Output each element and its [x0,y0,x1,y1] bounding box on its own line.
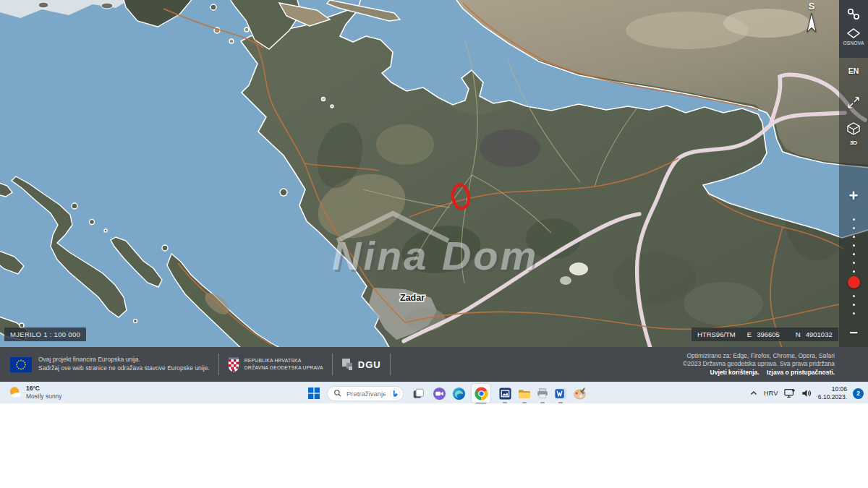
windows-logo-icon [308,388,320,399]
paint-app-button[interactable] [572,386,587,401]
chat-app-button[interactable] [432,386,446,401]
zoom-tick[interactable] [853,236,855,238]
zoom-tick[interactable] [853,227,855,229]
fullscreen-icon [846,95,861,110]
zoom-tick[interactable] [853,295,855,297]
share-button[interactable] [839,7,868,22]
weather-sun-icon [9,386,22,399]
terms-of-use-link[interactable]: Uvjeti korištenja. [710,369,760,376]
dgu-logo: DGU [341,357,381,372]
start-button[interactable] [307,386,321,401]
weather-condition: Mostly sunny [26,393,62,401]
dgu-logo-icon [341,357,354,372]
printer-app-button[interactable] [535,386,550,401]
chrome-icon [475,387,488,401]
search-icon [333,389,342,398]
compass-arrow-icon [800,12,823,35]
croatia-coat-of-arms-icon [228,357,239,372]
svg-text:Nina Dom: Nina Dom [332,233,538,278]
language-toggle-button[interactable]: EN [839,67,868,75]
tray-time: 10:06 [818,385,847,393]
zoom-tick[interactable] [853,253,855,255]
screen: Zadar Nina Dom Nina Dom S MJERILO 1 : 10… [0,0,868,488]
zoom-in-button[interactable]: + [839,188,868,204]
file-explorer-button[interactable] [517,386,532,401]
chrome-browser-button[interactable] [472,384,490,403]
footer-divider [390,354,391,375]
keyboard-language-button[interactable]: HRV [764,390,778,397]
coord-north-value: 4901032 [806,330,833,338]
tray-chevron-up-icon[interactable] [749,389,758,398]
coord-east-value: 396605 [757,330,780,338]
basemap-button[interactable]: OSNOVA [839,27,868,46]
word-app-button[interactable] [553,386,568,401]
weather-widget[interactable]: 16°C Mostly sunny [9,385,62,401]
accessibility-statement-link[interactable]: Izjava o pristupačnosti. [767,369,835,376]
cube-3d-icon [846,121,861,136]
gov-name-line2: DRŽAVNA GEODETSKA UPRAVA [244,364,323,372]
footer-divider [218,354,219,375]
system-tray: HRV 10:06 6.10.2023. 2 [749,382,864,404]
footer-divider [332,354,333,375]
mode-3d-button[interactable]: 3D [839,121,868,146]
word-icon [554,387,568,401]
map-scale-indicator: MJERILO 1 : 100 000 [4,328,86,341]
optimized-browsers-line: Optimizirano za: Edge, Firefox, Chrome, … [683,352,835,360]
fullscreen-button[interactable] [846,95,861,113]
zoom-tick[interactable] [853,270,855,273]
map-tool-sidebar: OSNOVA EN 3D [839,0,868,347]
map-canvas[interactable]: Zadar Nina Dom Nina Dom S MJERILO 1 : 10… [0,0,868,347]
zoom-tick[interactable] [853,218,855,221]
weather-temperature: 16°C [26,385,62,393]
coordinates-display: HTRS96/TM E 396605 N 4901032 [692,328,838,341]
coord-east-label: E [747,330,752,338]
task-view-icon [412,388,425,400]
zoom-tick[interactable] [853,312,855,314]
edge-browser-button[interactable] [451,386,466,401]
tray-date: 6.10.2023. [818,393,847,401]
sidebar-top-tools: OSNOVA [839,0,868,58]
file-explorer-icon [517,387,532,401]
taskbar-search-box[interactable] [327,386,404,401]
zoom-tick[interactable] [853,304,855,306]
blank-area [0,403,868,488]
city-label: Zadar [400,293,425,303]
gov-name-line1: REPUBLIKA HRVATSKA [244,357,323,364]
satellite-map: Zadar Nina Dom Nina Dom [0,0,868,347]
zoom-level-indicator[interactable] [848,276,860,288]
edge-icon [452,387,466,401]
chat-icon [433,387,446,401]
eu-flag-icon [10,357,32,372]
zoom-tick[interactable] [853,244,855,247]
coord-system: HTRS96/TM [697,330,736,338]
basemap-label: OSNOVA [843,40,864,46]
task-view-button[interactable] [411,386,425,401]
compass[interactable]: S [800,1,823,36]
photos-app-button[interactable] [498,386,512,401]
dgu-logo-text: DGU [358,359,381,370]
mode-3d-label: 3D [839,140,868,146]
paint-icon [573,387,587,401]
share-icon [846,7,861,22]
volume-icon[interactable] [801,388,812,398]
eu-funding-line2: Sadržaj ove web stranice ne odražava sta… [38,364,210,373]
compass-north-label: S [800,1,823,12]
notification-badge[interactable]: 2 [853,388,864,399]
coord-north-label: N [796,330,801,338]
search-input[interactable] [345,389,387,398]
bing-copilot-icon [390,388,401,399]
zoom-tick[interactable] [853,262,855,264]
photos-icon [498,387,512,401]
map-scale-label: MJERILO 1 : 100 000 [10,330,80,338]
windows-taskbar: 16°C Mostly sunny [0,382,868,403]
geoportal-footer: Ovaj projekt financira Europska unija. S… [0,347,868,382]
copyright-line: ©2023 Državna geodetska uprava. Sva prav… [683,360,835,368]
eu-funding-line1: Ovaj projekt financira Europska unija. [38,356,210,364]
zoom-out-button[interactable]: − [839,325,868,340]
network-display-icon[interactable] [784,388,796,398]
printer-icon [536,387,549,400]
basemap-layers-icon [846,27,861,39]
clock-widget[interactable]: 10:06 6.10.2023. [818,385,847,401]
